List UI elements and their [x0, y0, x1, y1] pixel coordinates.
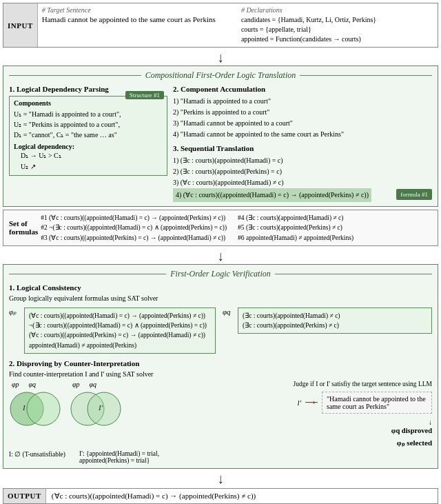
arrow-down-1: ↓ — [3, 50, 438, 64]
iprime-value: I': {appointed(Hamadi) = trial, appointe… — [79, 450, 159, 464]
verif-left: φₚ (∀c : courts)((appointed(Hamadi) = c)… — [9, 305, 216, 354]
target-sentence: Hamadi cannot be appointed to the same c… — [42, 15, 234, 23]
comp-section: Compositional First-Order Logic Translat… — [3, 65, 438, 207]
formula-row-3: #3 (∀c : courts)((appointed(Perkins) = c… — [41, 233, 235, 243]
svg-text:I': I' — [98, 403, 103, 412]
formulas-label: formulas — [9, 228, 38, 236]
phi-q-disproved-text: φq disproved — [391, 427, 432, 434]
phi-p-f2: ¬(∃c : courts)((appointed(Hamadi) = c) ∧… — [29, 321, 211, 330]
venn2-phi-p: φp — [72, 381, 80, 388]
acc1: 1) "Hamadi is appointed to a court" — [173, 96, 432, 107]
verif-title: First-Order Logic Verification — [9, 269, 432, 279]
arrow-down-3: ↓ — [3, 472, 438, 485]
decl-label: # Declarations — [241, 6, 433, 14]
lprime-label: l' — [298, 399, 301, 407]
verif-grid: φₚ (∀c : courts)((appointed(Hamadi) = c)… — [9, 305, 432, 354]
quote-box: "Hamadi cannot be appointed to the same … — [322, 392, 432, 414]
phi-p-selected-text: φₚ selected — [130, 439, 432, 447]
log-cons-heading: 1. Logical Consistency — [9, 283, 432, 292]
input-left: # Target Sentence Hamadi cannot be appoi… — [42, 6, 234, 44]
seq-heading: 3. Sequential Translation — [173, 144, 432, 152]
formula-row-1: #1 (∀c : courts)((appointed(Hamadi) = c)… — [41, 213, 235, 223]
acc4: 4) "Hamadi cannot be appointed to the sa… — [173, 129, 432, 140]
input-section: INPUT # Target Sentence Hamadi cannot be… — [3, 3, 438, 48]
log-cons-desc: Group logically equivalent formulas usin… — [9, 294, 432, 302]
d1-item: D₁ = "cannot", C₁ = "the same … as" — [14, 130, 163, 140]
formula-row-4: #4 (∃c : courts)(appointed(Hamadi) ≠ c) — [238, 213, 432, 223]
i-value: I: ∅ (T-unsatisfiable) — [9, 450, 65, 464]
phi-p-f1: (∀c : courts)((appointed(Hamadi) = c) → … — [29, 311, 211, 321]
output-label: OUTPUT — [3, 489, 46, 503]
disprove-heading: 2. Disproving by Counter-Interpretation — [9, 359, 432, 367]
i-values-row: I: ∅ (T-unsatisfiable) I': {appointed(Ha… — [9, 450, 432, 464]
acc-heading: 2. Component Accumulation — [173, 85, 432, 93]
phi-q-f1: (∃c : courts)(appointed(Hamadi) ≠ c) — [243, 311, 427, 321]
u2-item: U₂ = "Perkins is appointed to a court", — [14, 119, 163, 130]
formulas-label-col: Set of formulas — [9, 213, 41, 243]
seq4-formula: 4) (∀c : courts)((appointed(Hamadi) = c)… — [173, 188, 371, 202]
judge-group: Judge if I or I' satisfiy the target sen… — [130, 381, 432, 447]
venn2-phi-q: φq — [90, 381, 97, 388]
venn-diagram-2: I' — [70, 390, 125, 431]
phi-p-f4: appointed(Hamadi) ≠ appointed(Perkins) — [29, 341, 211, 350]
phi-q-arrow: ↓ — [429, 419, 432, 426]
acc3: 3) "Hamadi cannot be appointed to a cour… — [173, 118, 432, 129]
dep-formula: D₁ → U₁ > C₁ U₂ ↗ — [21, 150, 163, 172]
arrow-down-2: ↓ — [3, 249, 438, 263]
title-dash-left — [9, 75, 141, 76]
disprove-desc: Find counter-interpretation I and I' usi… — [9, 370, 432, 378]
formulas-section: Set of formulas #1 (∀c : courts)((appoin… — [3, 210, 438, 246]
formulas-body: #1 (∀c : courts)((appointed(Hamadi) = c)… — [41, 213, 432, 243]
comp-grid: 1. Logical Dependency Parsing Structure … — [9, 85, 432, 202]
formulas-wrapper: Set of formulas #1 (∀c : courts)((appoin… — [9, 213, 432, 243]
verif-dash-right — [275, 274, 432, 274]
decl3: appointed = Function(candidates → courts… — [241, 34, 433, 44]
phi-p-f3: (∀c : courts)((appointed(Perkins) = c) →… — [29, 330, 211, 340]
comp-title: Compositional First-Order Logic Translat… — [9, 70, 432, 81]
cross-arrow: → — [305, 395, 318, 410]
output-section: OUTPUT (∀c : courts)((appointed(Hamadi) … — [3, 488, 438, 504]
formulas-col-left: #1 (∀c : courts)((appointed(Hamadi) = c)… — [41, 213, 235, 243]
svg-point-4 — [88, 392, 121, 425]
verif-section: First-Order Logic Verification 1. Logica… — [3, 264, 438, 469]
venn-diagram-1: I — [9, 390, 64, 431]
decl1: candidates = {Hamadi, Kurtz, Li, Ortiz, … — [241, 15, 433, 25]
seq3: 3) (∀c : courts)(appointed(Hamadi) ≠ c) — [173, 177, 432, 188]
venn-group: φp φq I — [9, 381, 64, 431]
verif-dash-left — [9, 274, 166, 274]
phi-q-f2: (∃c : courts)(appointed(Perkins) ≠ c) — [243, 321, 427, 330]
seq4: 4) (∀c : courts)((appointed(Hamadi) = c)… — [173, 188, 432, 202]
judge-row: l' → "Hamadi cannot be appointed to the … — [130, 392, 432, 414]
phi-q-label: φq — [223, 308, 235, 316]
venn1-labels: φp φq — [12, 381, 36, 388]
venn1-group: φp φq I — [9, 381, 64, 431]
formulas-col-right: #4 (∃c : courts)(appointed(Hamadi) ≠ c) … — [238, 213, 432, 243]
phi-q-box: (∃c : courts)(appointed(Hamadi) ≠ c) (∃c… — [238, 308, 432, 334]
decl2: courts = {appellate, trial} — [241, 25, 433, 34]
phi-p-label: φₚ — [9, 308, 21, 316]
input-right: # Declarations candidates = {Hamadi, Kur… — [241, 6, 433, 44]
structure-box: Structure #1 Components U₁ = "Hamadi is … — [9, 96, 167, 176]
venn2-labels: φp φq — [72, 381, 125, 388]
main-container: INPUT # Target Sentence Hamadi cannot be… — [0, 0, 441, 504]
seq2: 2) (∃c : courts)(appointed(Perkins) = c) — [173, 166, 432, 177]
phi-q-disproved-row: ↓ φq disproved — [130, 418, 432, 434]
phi-p-box: (∀c : courts)((appointed(Hamadi) = c) → … — [24, 308, 216, 354]
svg-point-1 — [27, 392, 60, 425]
comp-right: 2. Component Accumulation 1) "Hamadi is … — [173, 85, 432, 202]
set-of-label: Set of — [9, 219, 38, 228]
dep-label: Logical dependency: — [14, 143, 163, 150]
output-content: (∀c : courts)((appointed(Hamadi) = c) → … — [46, 489, 438, 503]
components-label: Components — [14, 99, 163, 107]
comp-left: 1. Logical Dependency Parsing Structure … — [9, 85, 167, 202]
formula-row-6: #6 appointed(Hamadi) ≠ appointed(Perkins… — [238, 233, 432, 243]
seq1: 1) (∃c : courts)(appointed(Hamadi) = c) — [173, 155, 432, 166]
title-dash-right — [300, 75, 432, 76]
input-label: INPUT — [3, 3, 38, 47]
counter-row: φp φq I φp — [9, 381, 432, 447]
input-content: # Target Sentence Hamadi cannot be appoi… — [38, 3, 438, 47]
formula-row-2: #2 ¬(∃c : courts)((appointed(Hamadi) = c… — [41, 223, 235, 232]
acc2: 2) "Perkins is appointed to a court" — [173, 107, 432, 118]
output-formula: (∀c : courts)((appointed(Hamadi) = c) → … — [52, 492, 256, 501]
structure-badge: Structure #1 — [125, 91, 164, 99]
